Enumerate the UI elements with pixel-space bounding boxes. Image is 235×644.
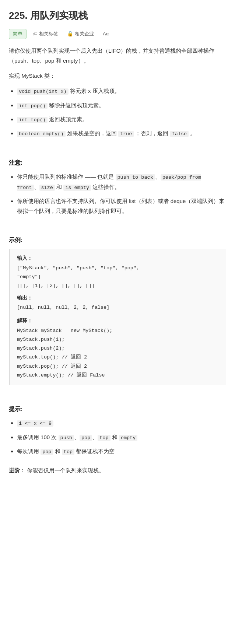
methods-list: void push(int x) 将元素 x 压入栈顶。 int pop() 移… (9, 86, 226, 139)
op-size: size (39, 185, 55, 191)
explain-line4: myStack.top(); // 返回 2 (17, 353, 220, 362)
hint-pop: pop (80, 435, 92, 441)
related-companies-button[interactable]: 🔒 相关企业 (64, 29, 97, 39)
list-item: 1 <= x <= 9 (17, 418, 226, 428)
input-line2: "empty"] (17, 273, 220, 281)
explain-line6: myStack.empty(); // 返回 False (17, 371, 220, 380)
op-push-to-back: push to back (116, 174, 155, 181)
hints-list: 1 <= x <= 9 最多调用 100 次 push、pop、top 和 em… (9, 418, 226, 456)
advanced-label: 进阶： (9, 467, 25, 473)
list-item: 最多调用 100 次 push、pop、top 和 empty (17, 432, 226, 442)
tags-row: 简单 🏷 相关标签 🔒 相关企业 Aα (9, 29, 226, 39)
list-item: void push(int x) 将元素 x 压入栈顶。 (17, 86, 226, 96)
hints-title: 提示: (9, 404, 226, 414)
hint-code-1: 1 <= x <= 9 (17, 420, 53, 427)
method-code-3: int top() (17, 117, 48, 123)
list-item: int pop() 移除并返回栈顶元素。 (17, 100, 226, 111)
example-box: 输入： ["MyStack", "push", "push", "top", "… (9, 249, 226, 385)
note-title: 注意: (9, 158, 226, 168)
tag-icon: 🏷 (32, 29, 38, 38)
output-label: 输出： (17, 294, 220, 302)
list-item: boolean empty() 如果栈是空的，返回 true ；否则，返回 fa… (17, 128, 226, 139)
list-item: int top() 返回栈顶元素。 (17, 114, 226, 125)
method-code-4: boolean empty() (17, 131, 66, 137)
input-label: 输入： (17, 254, 220, 263)
list-item: 你只能使用队列的标准操作 —— 也就是 push to back、peek/po… (17, 172, 226, 193)
method-code-true: true (118, 131, 134, 137)
input-line3: [[], [1], [2], [], [], []] (17, 281, 220, 290)
explain-label: 解释： (17, 316, 220, 325)
explain-line2: myStack.push(1); (17, 335, 220, 344)
font-size-button[interactable]: Aα (100, 29, 112, 39)
list-item: 你所使用的语言也许不支持队列。你可以使用 list（列表）或者 deque（双端… (17, 196, 226, 216)
method-code-false: false (170, 131, 189, 137)
explain-line5: myStack.pop(); // 返回 2 (17, 362, 220, 371)
hint-push: push (59, 435, 74, 441)
method-code-2: int pop() (17, 103, 48, 109)
method-code-1: void push(int x) (17, 88, 69, 95)
hint-empty: empty (119, 435, 138, 441)
example-title: 示例: (9, 235, 226, 245)
explain-line1: MyStack myStack = new MyStack(); (17, 326, 220, 335)
advanced-text: 进阶： 你能否仅用一个队列来实现栈。 (9, 465, 226, 475)
notes-list: 你只能使用队列的标准操作 —— 也就是 push to back、peek/po… (9, 172, 226, 216)
output-line: [null, null, null, 2, 2, false] (17, 303, 220, 312)
op-is-empty: is empty (63, 185, 91, 191)
description: 请你仅使用两个队列实现一个后入先出（LIFO）的栈，并支持普通栈的全部四种操作（… (9, 46, 226, 66)
page-title: 225. 用队列实现栈 (9, 7, 226, 24)
lock-icon: 🔒 (67, 29, 73, 38)
hint-top: top (98, 435, 110, 441)
input-line1: ["MyStack", "push", "push", "top", "pop"… (17, 264, 220, 273)
related-tags-button[interactable]: 🏷 相关标签 (29, 29, 61, 39)
difficulty-tag[interactable]: 简单 (9, 29, 27, 39)
explain-line3: myStack.push(2); (17, 344, 220, 353)
hint-top2: top (62, 449, 74, 455)
implement-label: 实现 MyStack 类： (9, 71, 226, 81)
list-item: 每次调用 pop 和 top 都保证栈不为空 (17, 446, 226, 456)
hint-pop2: pop (41, 449, 53, 455)
